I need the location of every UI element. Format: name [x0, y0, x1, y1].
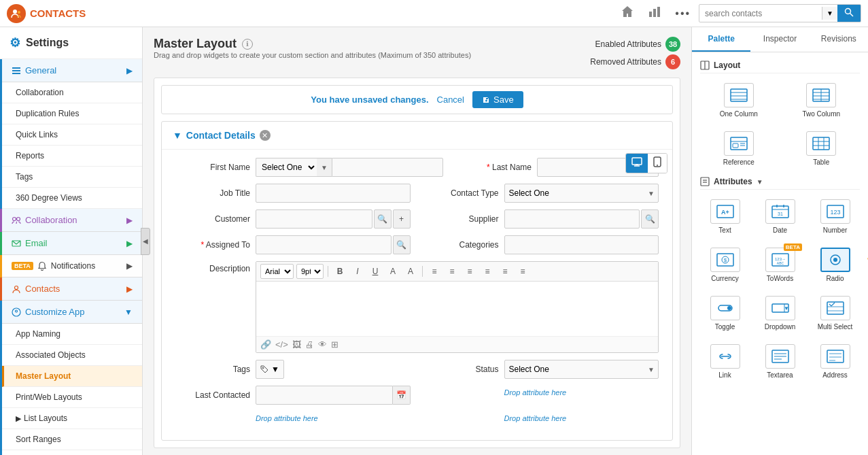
widget-number[interactable]: 123 Number — [810, 195, 860, 238]
supplier-search-button[interactable]: 🔍 — [641, 209, 659, 229]
widget-toggle[interactable]: Toggle — [700, 292, 750, 335]
more-button[interactable]: ••• — [670, 5, 696, 22]
date-widget-label: Date — [773, 226, 787, 234]
customer-search-button[interactable]: 🔍 — [374, 209, 392, 229]
underline-button[interactable]: U — [368, 265, 383, 277]
font-color-button[interactable]: A — [385, 265, 400, 277]
table-icon[interactable]: ⊞ — [331, 339, 338, 350]
supplier-input[interactable] — [504, 209, 640, 229]
font-size-select[interactable]: 9pt — [296, 264, 324, 279]
description-input[interactable] — [256, 282, 658, 336]
address-widget-label: Address — [822, 371, 848, 379]
widget-dropdown[interactable]: ▼ Dropdown — [755, 292, 805, 335]
first-name-text-input[interactable] — [332, 158, 443, 177]
sidebar-section-collaboration-header[interactable]: Collaboration ▶ — [2, 209, 142, 232]
image-icon[interactable]: 🖼 — [292, 339, 301, 350]
font-family-select[interactable]: Arial — [260, 264, 294, 279]
widget-date[interactable]: 31 Date — [755, 195, 805, 238]
customer-add-button[interactable]: + — [393, 209, 411, 229]
print-icon[interactable]: 🖨 — [305, 339, 314, 350]
sidebar-item-360-degree-views[interactable]: 360 Degree Views — [2, 188, 142, 209]
home-button[interactable] — [615, 2, 640, 24]
widget-reference[interactable]: Reference — [700, 127, 778, 170]
contact-type-select[interactable]: Select One — [504, 184, 659, 203]
customer-input[interactable] — [256, 209, 372, 229]
align-right-button[interactable]: ≡ — [462, 265, 477, 277]
chart-button[interactable] — [642, 2, 667, 24]
align-justify-button[interactable]: ≡ — [480, 265, 495, 277]
assigned-to-input[interactable] — [256, 235, 392, 254]
sidebar-item-duplication-rules[interactable]: Duplication Rules — [2, 103, 142, 124]
link-icon[interactable]: 🔗 — [260, 339, 271, 350]
sidebar-section-customize-header[interactable]: Customize App ▼ — [2, 301, 142, 324]
sidebar-item-associated-objects[interactable]: Associated Objects — [2, 345, 142, 366]
job-title-input[interactable] — [256, 184, 411, 203]
widget-textarea[interactable]: Textarea — [755, 340, 805, 383]
name-select-arrow-icon: ▼ — [317, 158, 332, 177]
sidebar-item-reports[interactable]: Reports — [2, 146, 142, 167]
sidebar-section-contacts-header[interactable]: Contacts ▶ — [2, 277, 142, 301]
info-icon[interactable]: ℹ — [242, 39, 253, 50]
save-button[interactable]: Save — [472, 91, 523, 108]
widget-one-column[interactable]: One Column — [700, 79, 778, 122]
calendar-button[interactable]: 📅 — [393, 386, 411, 405]
status-select[interactable]: Select One — [504, 360, 659, 379]
search-dropdown-button[interactable]: ▼ — [822, 7, 837, 20]
list-ol-button[interactable]: ≡ — [515, 265, 530, 277]
sidebar-item-list-layouts[interactable]: ▶ List Layouts — [2, 408, 142, 429]
last-contacted-input[interactable] — [256, 386, 393, 405]
form-field-drop-bottom: Drop attribute here — [424, 411, 659, 425]
sidebar-item-relationships[interactable]: Relationships — [2, 450, 142, 455]
cancel-link[interactable]: Cancel — [437, 95, 464, 105]
sidebar-section-email-header[interactable]: Email ▶ — [2, 232, 142, 255]
toggle-widget-label: Toggle — [715, 323, 735, 331]
widget-table[interactable]: Table — [783, 127, 861, 170]
sidebar-section-beta-notifications-header[interactable]: BETA Notifications ▶ — [2, 255, 142, 277]
email-chevron-icon: ▶ — [126, 239, 133, 248]
last-contacted-input-group: 📅 — [256, 386, 411, 405]
desktop-view-button[interactable] — [626, 154, 648, 173]
align-left-button[interactable]: ≡ — [427, 265, 442, 277]
sidebar-item-app-naming[interactable]: App Naming — [2, 324, 142, 345]
first-name-prefix-select[interactable]: Select One — [256, 158, 317, 177]
widget-towords[interactable]: BETA 123→ABC ToWords — [755, 243, 805, 286]
tab-palette[interactable]: Palette — [692, 27, 750, 52]
bold-button[interactable]: B — [332, 265, 347, 277]
assigned-to-search-button[interactable]: 🔍 — [393, 235, 411, 254]
widget-link[interactable]: Link — [700, 340, 750, 383]
sidebar-item-quick-links[interactable]: Quick Links — [2, 124, 142, 146]
search-input[interactable] — [699, 6, 822, 21]
sidebar-collapse-button[interactable]: ◀ — [141, 228, 150, 255]
highlight-button[interactable]: A — [403, 265, 418, 277]
sidebar-header: ⚙ Settings — [0, 27, 142, 59]
categories-input[interactable] — [504, 235, 659, 254]
italic-button[interactable]: I — [350, 265, 365, 277]
widget-currency[interactable]: $ Currency — [700, 243, 750, 286]
sidebar-item-print-web-layouts[interactable]: Print/Web Layouts — [2, 387, 142, 408]
sidebar-section-email-label: Email — [12, 238, 48, 248]
tab-revisions[interactable]: Revisions — [810, 27, 868, 52]
sidebar-section-general-header[interactable]: General ▶ — [2, 59, 142, 82]
widget-radio[interactable]: Radio ↓ — [810, 243, 860, 286]
widget-two-column[interactable]: Two Column — [783, 79, 861, 122]
list-ul-button[interactable]: ≡ — [498, 265, 513, 277]
tags-input-button[interactable]: ▼ — [256, 360, 284, 379]
section-collapse-icon[interactable]: ▼ — [173, 130, 182, 141]
one-column-icon — [724, 83, 754, 107]
search-go-button[interactable] — [837, 5, 861, 22]
mobile-view-button[interactable] — [648, 154, 667, 173]
sidebar-item-master-layout[interactable]: Master Layout — [2, 366, 142, 387]
code-icon[interactable]: </> — [275, 339, 288, 350]
widget-address[interactable]: Address — [810, 340, 860, 383]
widget-multi-select[interactable]: Multi Select — [810, 292, 860, 335]
sidebar-item-collaboration[interactable]: Collaboration — [2, 82, 142, 103]
widget-text[interactable]: A+ Text — [700, 195, 750, 238]
align-center-button[interactable]: ≡ — [445, 265, 459, 277]
sidebar-item-tags[interactable]: Tags — [2, 167, 142, 188]
view-icon[interactable]: 👁 — [318, 339, 327, 350]
section-close-button[interactable]: ✕ — [260, 130, 271, 141]
sidebar-item-sort-ranges[interactable]: Sort Ranges — [2, 429, 142, 450]
tab-inspector[interactable]: Inspector — [750, 27, 809, 52]
svg-rect-4 — [657, 7, 660, 17]
radio-widget-label: Radio — [826, 275, 844, 282]
